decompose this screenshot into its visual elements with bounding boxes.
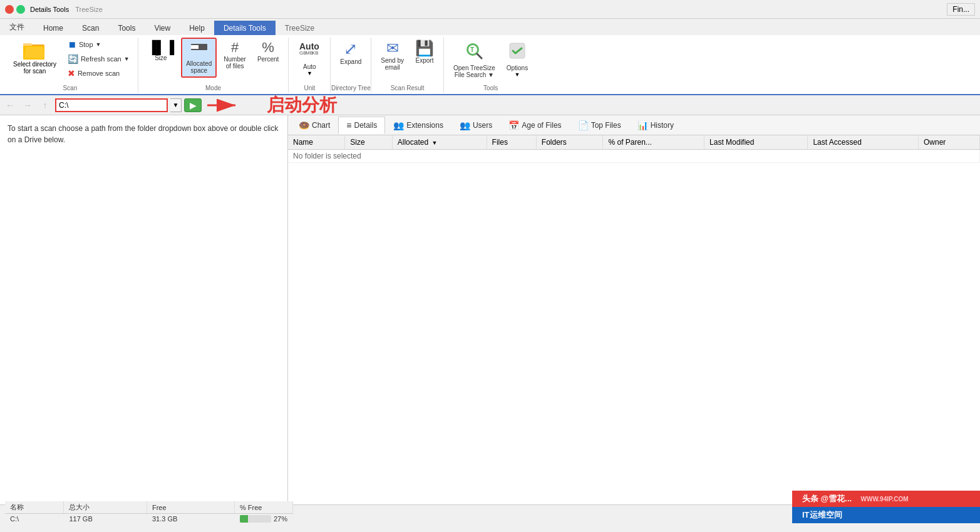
- number-label: Number: [224, 56, 246, 63]
- folder-icon: [23, 41, 46, 61]
- address-bar: ← → ↑ ▼ ▶ 启动分析: [0, 95, 980, 115]
- col-folders[interactable]: Folders: [536, 135, 603, 150]
- history-tab-icon: 📊: [637, 120, 648, 130]
- options-label: Options: [507, 65, 528, 71]
- export-button[interactable]: 💾 Export: [411, 38, 438, 67]
- ribbon-group-scan: Select directoryfor scan ⏹ Stop ▼ 🔄 Refr…: [3, 38, 138, 93]
- tab-chart[interactable]: 🍩 Chart: [291, 117, 338, 134]
- number-of-files-button[interactable]: # Number of files: [219, 38, 250, 73]
- bottom-col-name[interactable]: 名称: [5, 501, 64, 514]
- expand-button[interactable]: ⤢ Expand: [336, 38, 366, 68]
- col-size[interactable]: Size: [345, 135, 392, 150]
- percent-button[interactable]: % Percent: [253, 38, 283, 66]
- tab-tools[interactable]: Tools: [108, 21, 145, 35]
- export-label: Export: [416, 57, 434, 64]
- mode-group-label: Mode: [138, 85, 289, 91]
- auto-unit-button[interactable]: Auto GB MB KB Auto ▼: [294, 38, 325, 80]
- ribbon: Select directoryfor scan ⏹ Stop ▼ 🔄 Refr…: [0, 35, 980, 95]
- auto-svg: Auto GB MB KB: [298, 41, 321, 60]
- col-last-accessed[interactable]: Last Accessed: [808, 135, 919, 150]
- stop-icon: ⏹: [68, 39, 76, 50]
- title-bar-app-name: Details Tools: [30, 6, 69, 13]
- left-panel: To start a scan choose a path from the f…: [0, 115, 288, 504]
- app-icon-red: [5, 5, 14, 14]
- bottom-col-free[interactable]: Free: [147, 501, 234, 514]
- tab-treesize[interactable]: TreeSize: [276, 21, 324, 35]
- tab-scan[interactable]: Scan: [73, 21, 108, 35]
- go-button[interactable]: ▶: [184, 98, 202, 112]
- percent-icon: %: [262, 41, 274, 55]
- tab-age-of-files[interactable]: 📅 Age of Files: [500, 117, 569, 134]
- find-button[interactable]: Fin...: [947, 3, 975, 16]
- watermark-line1: 头条 @雪花... WWW.94IP.COM: [802, 493, 909, 504]
- title-bar-tab-name: TreeSize: [75, 6, 103, 13]
- bottom-col-pctfree[interactable]: % Free: [234, 501, 292, 514]
- ribbon-group-tools: T Open TreeSize File Search ▼ Options ▼ …: [444, 38, 537, 93]
- auto-label: Auto: [303, 63, 316, 70]
- send-email-label: Send by: [381, 57, 404, 64]
- tab-users[interactable]: 👥 Users: [451, 117, 500, 134]
- col-pct-parent[interactable]: % of Paren...: [603, 135, 704, 150]
- scan-group-label: Scan: [3, 85, 138, 91]
- tab-help[interactable]: Help: [180, 21, 214, 35]
- watermark-top: 头条 @雪花... WWW.94IP.COM: [792, 491, 980, 507]
- stop-dropdown-icon: ▼: [96, 41, 101, 48]
- annotation-arrow: [204, 96, 242, 115]
- tab-details[interactable]: ≡ Details: [338, 117, 385, 134]
- watermark-bottom: IT运维空间: [792, 507, 980, 523]
- size-label: Size: [155, 55, 167, 61]
- col-owner[interactable]: Owner: [919, 135, 980, 150]
- tab-top-files[interactable]: 📄 Top Files: [570, 117, 629, 134]
- tab-details-tools[interactable]: Details Tools: [214, 21, 276, 35]
- options-svg: [507, 41, 527, 61]
- tab-home[interactable]: Home: [34, 21, 73, 35]
- filesearch-icon: T: [464, 41, 484, 63]
- select-directory-label: Select directoryfor scan: [13, 61, 56, 75]
- path-input[interactable]: [55, 98, 168, 112]
- auto-icon: Auto GB MB KB: [298, 41, 321, 62]
- main-table: Name Size Allocated ▼ Files Folders % of…: [288, 135, 980, 163]
- options-icon: [507, 41, 527, 63]
- send-by-email-button[interactable]: ✉ Send by email: [376, 38, 408, 74]
- bottom-total-size: 117 GB: [64, 514, 147, 524]
- annotation-text: 启动分析: [267, 93, 337, 117]
- svg-marker-4: [24, 47, 44, 58]
- tab-view[interactable]: View: [145, 21, 180, 35]
- size-mode-button[interactable]: ▐▌▐ Size: [143, 38, 179, 65]
- annotation-area: 启动分析: [204, 93, 977, 117]
- chart-tab-icon: 🍩: [299, 120, 309, 130]
- allocated-space-button[interactable]: Allocated space: [181, 38, 217, 78]
- scan-actions: ⏹ Stop ▼ 🔄 Refresh scan ▼ ✖ Remove scan: [64, 38, 133, 80]
- tab-history[interactable]: 📊 History: [629, 117, 682, 134]
- auto-dropdown-icon: ▼: [307, 70, 312, 76]
- tab-extensions[interactable]: 👥 Extensions: [385, 117, 451, 134]
- path-dropdown[interactable]: ▼: [170, 98, 182, 112]
- forward-button[interactable]: →: [20, 98, 35, 113]
- options-button[interactable]: Options ▼: [502, 38, 532, 81]
- refresh-label: Refresh scan: [81, 55, 121, 63]
- col-last-modified[interactable]: Last Modified: [704, 135, 808, 150]
- refresh-scan-button[interactable]: 🔄 Refresh scan ▼: [64, 52, 133, 66]
- bottom-table: 名称 总大小 Free % Free C:\ 117 GB 31.3 GB 27…: [5, 501, 293, 524]
- svg-text:T: T: [470, 46, 474, 53]
- age-tab-label: Age of Files: [522, 121, 561, 130]
- bottom-col-totalsize[interactable]: 总大小: [64, 501, 147, 514]
- select-directory-button[interactable]: Select directoryfor scan: [8, 38, 62, 78]
- col-allocated[interactable]: Allocated ▼: [392, 135, 487, 150]
- open-filesearch-button[interactable]: T Open TreeSize File Search ▼: [449, 38, 500, 81]
- ribbon-group-directory-tree: ⤢ Expand Directory Tree: [331, 38, 371, 93]
- up-button[interactable]: ↑: [38, 98, 53, 113]
- col-name[interactable]: Name: [288, 135, 345, 150]
- stop-button[interactable]: ⏹ Stop ▼: [64, 38, 133, 51]
- back-button[interactable]: ←: [3, 98, 18, 113]
- main-content: To start a scan choose a path from the f…: [0, 115, 980, 504]
- bottom-drive-name: C:\: [5, 514, 64, 524]
- col-files[interactable]: Files: [487, 135, 536, 150]
- remove-scan-button[interactable]: ✖ Remove scan: [64, 66, 133, 80]
- no-folder-text: No folder is selected: [288, 150, 980, 163]
- tab-file[interactable]: 文件: [0, 19, 34, 35]
- title-bar-icons: Details Tools TreeSize: [5, 5, 103, 14]
- expand-icon: ⤢: [344, 41, 358, 57]
- expand-label: Expand: [340, 58, 361, 65]
- export-icon: 💾: [415, 41, 434, 56]
